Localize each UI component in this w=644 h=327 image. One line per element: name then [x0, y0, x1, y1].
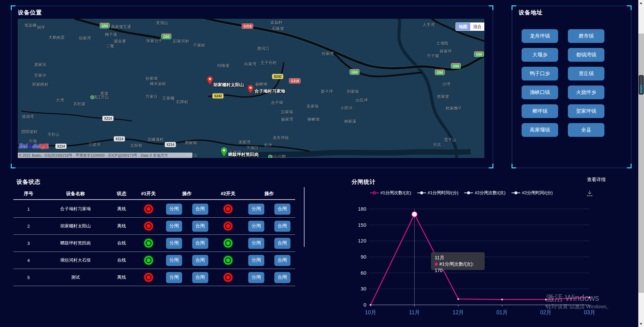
switch1-cell	[136, 222, 161, 230]
close-button-sw2[interactable]: 合闸	[274, 272, 290, 283]
trip-button-sw2[interactable]: 分闸	[248, 221, 264, 232]
map-marker-pin[interactable]	[247, 85, 254, 95]
legend-item-2[interactable]: #2分闸次数/(次)	[464, 190, 505, 196]
legend-label: #1分闸次数/(次)	[380, 190, 411, 196]
device-name: 塘坊河村大石坝	[44, 257, 107, 263]
trip-button-sw2[interactable]: 分闸	[248, 255, 264, 266]
corner-decoration	[489, 164, 493, 168]
legend-marker-icon	[417, 193, 426, 193]
y-tick-label: 30	[361, 286, 366, 291]
scroll-down-icon[interactable]	[640, 323, 642, 325]
address-button-11[interactable]: 高家堰镇	[522, 123, 558, 137]
map-place-label: 高家堰互通	[111, 24, 131, 30]
map-place-label: 紫金寨	[114, 39, 126, 44]
road-shield-g50: G50	[162, 34, 171, 39]
trip-button-sw2[interactable]: 分闸	[248, 238, 264, 249]
map-marker-pin[interactable]	[207, 76, 213, 86]
page-scrollbar[interactable]	[638, 0, 644, 327]
op-cell: 合闸	[269, 238, 295, 249]
row-no: 4	[13, 258, 44, 263]
road-shield-g318: G318	[242, 24, 253, 29]
x-tick-label: 11月	[409, 310, 420, 315]
map-place-label: 周家坳	[185, 140, 197, 146]
device-location-title: 设备位置	[18, 9, 42, 16]
switch2-indicator	[224, 205, 232, 213]
baidu-map[interactable]: 笔架槽洞坪天鹅抱蛋胡家湾高家堰互通梅子溪紫金寨二墩张家台子彭家河村千家岭龙池山金…	[18, 19, 484, 158]
table-scrollbar[interactable]	[304, 187, 305, 247]
map-type-option-map[interactable]: 地图	[456, 23, 470, 31]
map-place-label: 张家台子	[146, 38, 162, 44]
op-cell: 分闸	[161, 204, 187, 215]
map-place-label: 石柱观	[73, 101, 86, 107]
address-button-2[interactable]: 磨市镇	[568, 29, 604, 43]
close-button-sw1[interactable]: 合闸	[192, 255, 208, 266]
view-details-link[interactable]: 查看详情	[587, 177, 606, 183]
map-place-label: 沙湾	[442, 81, 450, 87]
switch1-indicator	[144, 256, 153, 265]
trip-button-sw2[interactable]: 分闸	[248, 272, 264, 283]
map-place-label: 杨树坳	[255, 81, 267, 87]
map-place-label: 南山公园	[270, 154, 286, 158]
map-place-label: 两河口	[257, 46, 269, 52]
trip-button-sw2[interactable]: 分闸	[248, 204, 264, 215]
op-cell: 合闸	[269, 272, 295, 283]
legend-item-0[interactable]: #1分闸次数/(次)	[370, 190, 411, 196]
address-button-10[interactable]: 贺家坪镇	[568, 104, 604, 118]
address-button-3[interactable]: 大堰乡	[522, 48, 558, 62]
road-shield-x214: X214	[55, 144, 66, 149]
close-button-sw2[interactable]: 合闸	[274, 238, 290, 249]
map-type-option-hybrid[interactable]: 混合	[470, 23, 484, 31]
close-button-sw2[interactable]: 合闸	[274, 221, 290, 232]
map-type-toggle[interactable]: 地图混合	[455, 22, 484, 31]
table-row: 5测试离线分闸合闸分闸合闸	[13, 269, 295, 286]
map-place-label: 洞坪	[37, 25, 45, 31]
y-tick-label: 150	[358, 222, 366, 228]
map-place-label: 人手湾	[423, 22, 435, 28]
trip-button-sw1[interactable]: 分闸	[166, 204, 182, 215]
address-button-9[interactable]: 榔坪镇	[522, 104, 558, 118]
op-cell: 分闸	[161, 272, 187, 283]
download-icon[interactable]	[586, 190, 593, 198]
map-place-label: 欧家圈子	[446, 106, 462, 111]
map-place-label: 龙舟坪镇	[273, 135, 289, 141]
corner-decoration	[512, 5, 516, 10]
close-button-sw1[interactable]: 合闸	[192, 272, 208, 283]
close-button-sw1[interactable]: 合闸	[192, 221, 208, 232]
scroll-up-icon[interactable]	[640, 2, 642, 4]
legend-item-1[interactable]: #1分闸时间/(分)	[417, 190, 459, 196]
x-tick-label: 02月	[540, 310, 552, 315]
trip-button-sw1[interactable]: 分闸	[166, 238, 182, 249]
legend-label: #2分闸时间/(分)	[522, 190, 553, 196]
scrollbar-thumb[interactable]	[638, 34, 644, 293]
series-dot-icon	[435, 263, 438, 266]
legend-item-3[interactable]: #2分闸时间/(分)	[512, 190, 553, 196]
map-place-label: 千家岭	[193, 43, 205, 48]
road-shield-g50: G50	[100, 23, 110, 29]
close-button-sw1[interactable]: 合闸	[192, 238, 208, 249]
switch2-indicator	[224, 273, 232, 282]
address-button-6[interactable]: 资丘镇	[568, 67, 604, 80]
address-button-7[interactable]: 渔峡口镇	[522, 86, 558, 99]
road-shield-x214: X214	[102, 116, 113, 121]
op-cell: 合闸	[187, 272, 213, 283]
address-button-5[interactable]: 鸭子口乡	[522, 67, 558, 80]
address-button-12[interactable]: 全县	[568, 123, 604, 137]
windows-activation-hint: 转到“设置”以激活 Windows。	[546, 304, 611, 310]
map-marker-pin[interactable]	[220, 147, 228, 158]
address-button-8[interactable]: 火烧坪乡	[568, 86, 604, 99]
trip-button-sw1[interactable]: 分闸	[166, 255, 182, 266]
close-button-sw1[interactable]: 合闸	[192, 204, 208, 215]
column-header-0: 序号	[13, 191, 44, 197]
close-button-sw2[interactable]: 合闸	[274, 255, 290, 266]
trip-button-sw1[interactable]: 分闸	[166, 221, 182, 232]
op-cell: 合闸	[269, 255, 295, 266]
close-button-sw2[interactable]: 合闸	[274, 204, 290, 215]
trip-button-sw1[interactable]: 分闸	[166, 272, 182, 283]
device-status: 离线	[107, 223, 136, 229]
column-header-3: #1开关	[136, 191, 161, 197]
address-button-4[interactable]: 都镇湾镇	[568, 48, 604, 62]
address-button-1[interactable]: 龙舟坪镇	[522, 29, 558, 43]
x-tick-label: 12月	[452, 310, 464, 315]
switch1-indicator	[144, 205, 153, 213]
map-place-label: 清江方山	[93, 95, 109, 100]
